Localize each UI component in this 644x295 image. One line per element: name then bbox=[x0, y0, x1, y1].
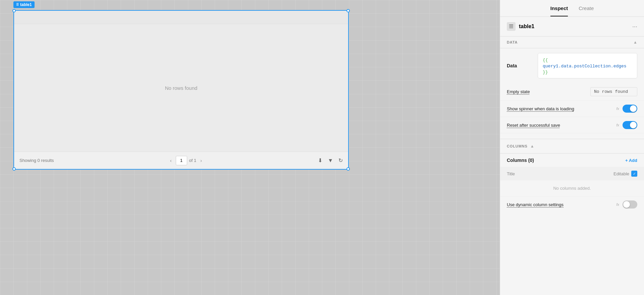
right-panel: Inspect Create table1 ··· DATA ▲ Data {{… bbox=[500, 0, 644, 295]
columns-chevron: ▲ bbox=[530, 144, 534, 149]
empty-state-row: Empty state bbox=[500, 83, 644, 101]
spinner-label: Show spinner when data is loading bbox=[507, 106, 616, 111]
columns-title-row: COLUMNS ▲ bbox=[507, 144, 534, 149]
filter-icon[interactable]: ▼ bbox=[328, 158, 333, 164]
reset-fx: fx bbox=[616, 123, 619, 127]
resize-handle-bl[interactable] bbox=[12, 167, 16, 171]
columns-count-row: Columns (0) + Add bbox=[500, 154, 644, 167]
spinner-toggle-knob bbox=[630, 105, 637, 112]
data-section-title: DATA bbox=[507, 40, 518, 44]
next-page-button[interactable]: › bbox=[198, 157, 204, 164]
canvas-area: ⠿ table1 No rows found Showing 0 results… bbox=[0, 0, 500, 295]
close-brace: }} bbox=[543, 70, 548, 75]
no-rows-text: No rows found bbox=[165, 85, 198, 91]
component-title-row: table1 ··· bbox=[500, 17, 644, 36]
open-brace: {{ bbox=[543, 58, 548, 63]
table-header-row bbox=[14, 11, 348, 24]
panel-tabs: Inspect Create bbox=[500, 0, 644, 17]
table-component[interactable]: ⠿ table1 No rows found Showing 0 results… bbox=[13, 10, 349, 170]
data-section-header[interactable]: DATA ▲ bbox=[500, 36, 644, 48]
data-input-code: {{ query1.data.postCollection.edges }} bbox=[543, 58, 627, 75]
data-input-box[interactable]: {{ query1.data.postCollection.edges }} bbox=[538, 53, 637, 78]
svg-rect-0 bbox=[509, 24, 513, 25]
columns-section-title: COLUMNS bbox=[507, 144, 528, 148]
dynamic-col-toggle[interactable] bbox=[623, 200, 637, 209]
dynamic-fx: fx bbox=[616, 202, 619, 206]
dynamic-col-label: Use dynamic column settings bbox=[507, 202, 616, 207]
spinner-row: Show spinner when data is loading fx bbox=[500, 101, 644, 117]
page-total: of 1 bbox=[189, 158, 197, 163]
dynamic-col-row: Use dynamic column settings fx bbox=[500, 196, 644, 213]
col-header-row: Title Editable ✓ bbox=[500, 167, 644, 180]
table-label: ⠿ table1 bbox=[13, 1, 35, 8]
data-field-label: Data bbox=[507, 63, 534, 68]
resize-handle-tr[interactable] bbox=[346, 9, 350, 12]
svg-rect-1 bbox=[509, 26, 513, 27]
columns-section: COLUMNS ▲ Columns (0) + Add Title Editab… bbox=[500, 139, 644, 218]
page-number-input[interactable] bbox=[176, 156, 187, 165]
spinner-toggle[interactable] bbox=[623, 105, 637, 113]
no-columns-row: No columns added. bbox=[500, 180, 644, 196]
resize-handle-tl[interactable] bbox=[12, 9, 16, 12]
svg-rect-2 bbox=[509, 27, 513, 28]
prev-page-button[interactable]: ‹ bbox=[168, 157, 174, 164]
empty-state-label: Empty state bbox=[507, 89, 590, 94]
table-actions: ⬇ ▼ ↻ bbox=[318, 157, 343, 164]
editable-checkbox[interactable]: ✓ bbox=[631, 171, 637, 177]
reset-label: Reset after successful save bbox=[507, 123, 616, 128]
dynamic-col-toggle-knob bbox=[623, 201, 630, 208]
component-icon bbox=[507, 22, 516, 31]
tab-create[interactable]: Create bbox=[579, 5, 594, 16]
showing-results: Showing 0 results bbox=[19, 158, 54, 163]
table-inner: No rows found Showing 0 results ‹ of 1 ›… bbox=[14, 11, 348, 169]
resize-handle-br[interactable] bbox=[346, 167, 350, 171]
col-editable-header: Editable ✓ bbox=[613, 171, 637, 177]
tab-inspect[interactable]: Inspect bbox=[550, 5, 568, 16]
component-name: table1 bbox=[519, 23, 629, 30]
pagination: ‹ of 1 › bbox=[168, 156, 204, 165]
data-section-chevron: ▲ bbox=[633, 40, 637, 45]
data-field-row: Data {{ query1.data.postCollection.edges… bbox=[500, 48, 644, 83]
refresh-icon[interactable]: ↻ bbox=[338, 157, 343, 164]
reset-toggle-knob bbox=[630, 122, 637, 128]
table-footer: Showing 0 results ‹ of 1 › ⬇ ▼ ↻ bbox=[14, 152, 348, 169]
spinner-fx: fx bbox=[616, 107, 619, 111]
download-icon[interactable]: ⬇ bbox=[318, 157, 322, 164]
more-options-button[interactable]: ··· bbox=[632, 23, 637, 30]
reset-row: Reset after successful save fx bbox=[500, 117, 644, 133]
data-expr: query1.data.postCollection.edges bbox=[543, 64, 627, 69]
reset-toggle[interactable] bbox=[623, 121, 637, 129]
table-body: No rows found bbox=[14, 24, 348, 152]
empty-state-input[interactable] bbox=[590, 87, 637, 96]
grid-icon: ⠿ bbox=[16, 3, 19, 7]
add-column-button[interactable]: + Add bbox=[625, 158, 637, 163]
data-section: DATA ▲ Data {{ query1.data.postCollectio… bbox=[500, 36, 644, 139]
col-title-header: Title bbox=[507, 171, 613, 176]
columns-count-label: Columns (0) bbox=[507, 158, 625, 163]
columns-section-header: COLUMNS ▲ bbox=[500, 139, 644, 154]
